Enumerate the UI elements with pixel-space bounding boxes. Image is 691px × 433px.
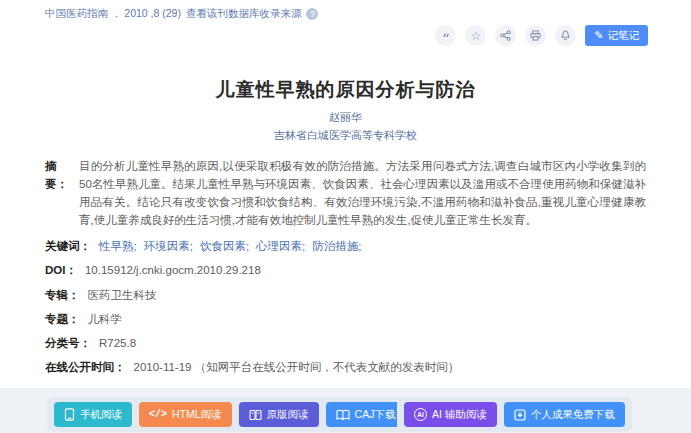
share-icon [500,30,511,41]
pencil-icon: ✎ [594,30,603,41]
take-note-button[interactable]: ✎ 记笔记 [585,25,648,46]
series-row: 专辑： 医药卫生科技 [45,288,157,303]
classification-label: 分类号： [45,336,91,351]
printer-icon [530,30,541,41]
doi-row: DOI： 10.15912/j.cnki.gocm.2010.29.218 [45,263,261,278]
star-icon: ☆ [470,30,481,42]
keywords-section: 关键词： 性早熟; 环境因素; 饮食因素; 心理因素; 防治措施; [45,239,369,254]
original-read-button[interactable]: 原版阅读 [239,402,319,427]
html-read-button[interactable]: </> HTML阅读 [139,402,232,427]
keyword-link[interactable]: 性早熟; [99,239,137,254]
book-pages-icon [249,409,262,421]
topic-row: 专题： 儿科学 [45,312,122,327]
footer-action-bar: 手机阅读 </> HTML阅读 原版阅读 CAJ [0,388,691,433]
abstract-section: 摘要： 目的分析儿童性早熟的原因,以便采取积极有效的防治措施。方法采用问卷式方法… [45,157,646,229]
abstract-text: 目的分析儿童性早熟的原因,以便采取积极有效的防治措施。方法采用问卷式方法,调查白… [79,157,646,229]
print-button[interactable] [525,25,546,46]
doi-value: 10.15912/j.cnki.gocm.2010.29.218 [85,264,261,276]
journal-link[interactable]: 中国医药指南 ． 2010 ,8 (29) [45,7,181,21]
html-read-label: HTML阅读 [172,408,222,422]
share-button[interactable] [495,25,516,46]
page-title: 儿童性早熟的原因分析与防治 [0,77,691,103]
quote-icon: “ [442,37,450,42]
article-detail-page: 中国医药指南 ． 2010 ,8 (29) 查看该刊数据库收录来源 ? “ ☆ [0,0,691,433]
action-toolbar: “ ☆ ✎ [435,25,648,46]
series-label: 专辑： [45,288,80,303]
author-link[interactable]: 赵丽华 [0,110,691,125]
info-icon[interactable]: ? [306,8,318,20]
code-icon: </> [149,409,167,420]
caj-download-button[interactable]: CAJ下载 [326,402,406,427]
personal-free-download-button[interactable]: 个人成果免费下载 [504,402,625,427]
personal-free-download-label: 个人成果免费下载 [531,408,615,422]
ai-assist-read-label: AI 辅助阅读 [432,408,487,422]
ai-icon: AI [414,408,427,421]
alert-button[interactable] [555,25,576,46]
favorite-button[interactable]: ☆ [465,25,486,46]
open-book-icon [336,409,350,421]
topic-label: 专题： [45,312,80,327]
download-box-icon [514,409,526,421]
phone-icon [64,408,75,421]
keyword-link[interactable]: 环境因素; [144,239,193,254]
ai-personal-group: AI AI 辅助阅读 个人成果免费下载 [397,397,632,432]
mobile-read-label: 手机阅读 [80,408,122,422]
original-read-label: 原版阅读 [267,408,309,422]
doi-label: DOI： [45,263,77,278]
ai-assist-read-button[interactable]: AI AI 辅助阅读 [404,402,497,427]
keyword-link[interactable]: 心理因素; [256,239,305,254]
breadcrumb: 中国医药指南 ． 2010 ,8 (29) 查看该刊数据库收录来源 ? [45,7,318,21]
keyword-link[interactable]: 防治措施; [312,239,361,254]
series-value: 医药卫生科技 [88,288,157,303]
keyword-link[interactable]: 饮食因素; [200,239,249,254]
caj-download-label: CAJ下载 [355,408,396,422]
online-date-row: 在线公开时间： 2010-11-19 （知网平台在线公开时间，不代表文献的发表时… [45,360,459,375]
mobile-read-button[interactable]: 手机阅读 [54,402,132,427]
bell-icon [560,30,571,41]
take-note-label: 记笔记 [608,29,640,43]
abstract-label: 摘要： [45,157,79,229]
classification-value: R725.8 [99,337,136,349]
online-date-label: 在线公开时间： [45,360,126,375]
quote-button[interactable]: “ [435,25,456,46]
online-date-value: 2010-11-19 （知网平台在线公开时间，不代表文献的发表时间） [134,360,460,375]
view-source-link[interactable]: 查看该刊数据库收录来源 [186,7,302,21]
keywords-label: 关键词： [45,239,91,254]
classification-row: 分类号： R725.8 [45,336,136,351]
topic-value: 儿科学 [88,312,123,327]
affiliation[interactable]: 吉林省白城医学高等专科学校 [0,128,691,143]
